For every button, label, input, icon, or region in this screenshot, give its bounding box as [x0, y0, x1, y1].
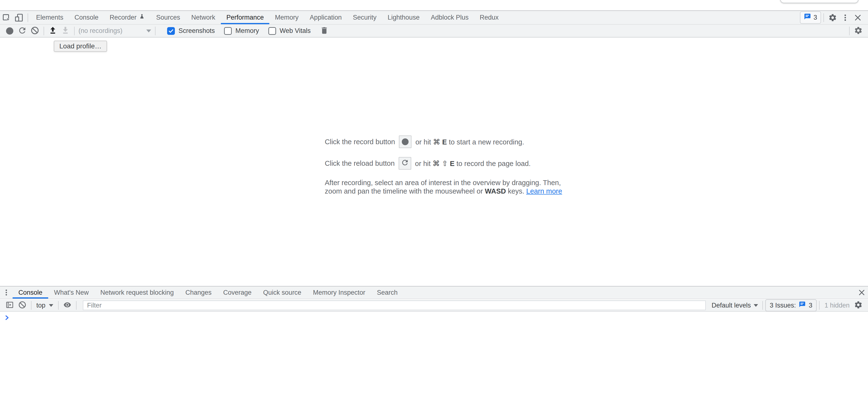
tab-console[interactable]: Console — [69, 11, 104, 24]
tab-elements[interactable]: Elements — [31, 11, 69, 24]
reload-and-record-button[interactable] — [16, 25, 29, 37]
performance-empty-state: Click the record button or hit ⌘ E to st… — [325, 135, 562, 196]
drawer-tab-memory-inspector[interactable]: Memory Inspector — [307, 286, 371, 299]
console-prompt-chevron-icon — [4, 317, 10, 322]
tab-memory[interactable]: Memory — [269, 11, 304, 24]
tab-lighthouse[interactable]: Lighthouse — [382, 11, 425, 24]
log-levels-select[interactable]: Default levels — [710, 302, 760, 309]
chevron-down-icon — [146, 30, 151, 32]
tab-application[interactable]: Application — [304, 11, 347, 24]
inspect-cursor-icon — [2, 13, 11, 22]
recordings-select-value: (no recordings) — [79, 27, 123, 35]
tab-security[interactable]: Security — [347, 11, 382, 24]
learn-more-link[interactable]: Learn more — [526, 187, 562, 195]
sidebar-panel-icon — [5, 301, 14, 310]
download-arrow-icon — [61, 26, 70, 36]
divider — [31, 301, 31, 310]
key-e: E — [442, 138, 447, 146]
block-icon — [18, 301, 27, 310]
clear-console-button[interactable] — [16, 300, 29, 311]
record-button[interactable] — [3, 25, 16, 37]
settings-button[interactable] — [826, 11, 839, 24]
issues-counter-button[interactable]: 3 — [800, 11, 821, 24]
drawer-tab-search[interactable]: Search — [371, 286, 403, 299]
divider — [763, 301, 763, 310]
console-sidebar-toggle-button[interactable] — [3, 300, 16, 311]
divider — [74, 27, 74, 35]
record-instruction-line: Click the record button or hit ⌘ E to st… — [325, 135, 562, 148]
divider — [28, 13, 28, 22]
divider — [819, 301, 819, 310]
screenshots-checkbox[interactable] — [167, 27, 175, 35]
reload-icon — [18, 26, 27, 36]
command-key-symbol: ⌘ — [433, 160, 440, 167]
tab-recorder[interactable]: Recorder — [104, 11, 151, 24]
reload-instruction-line: Click the reload button or hit ⌘ ⇧ E to … — [325, 157, 562, 170]
console-prompt[interactable] — [4, 314, 10, 322]
web-vitals-checkbox-group[interactable]: Web Vitals — [268, 27, 311, 35]
web-vitals-checkbox[interactable] — [268, 27, 276, 35]
page-popup-fragment — [780, 0, 859, 3]
performance-toolbar: (no recordings) Screenshots Memory Web V… — [0, 24, 868, 37]
console-settings-button[interactable] — [852, 300, 865, 311]
chevron-down-icon — [49, 304, 53, 307]
device-toolbar-button[interactable] — [12, 11, 25, 24]
drawer-tab-network-request-blocking[interactable]: Network request blocking — [94, 286, 180, 299]
drawer-more-tools-button[interactable] — [0, 286, 12, 299]
tabbar-right-controls: 3 — [800, 11, 868, 24]
tab-performance[interactable]: Performance — [221, 11, 270, 24]
screenshots-checkbox-group[interactable]: Screenshots — [167, 27, 215, 35]
browser-page-strip — [0, 0, 868, 10]
drawer-tab-changes[interactable]: Changes — [180, 286, 217, 299]
divider — [155, 27, 155, 35]
tab-sources[interactable]: Sources — [151, 11, 186, 24]
drawer-tab-coverage[interactable]: Coverage — [217, 286, 257, 299]
live-expression-button[interactable] — [61, 300, 73, 311]
close-icon — [858, 289, 866, 296]
record-button-illustration — [399, 135, 411, 148]
eye-icon — [63, 300, 72, 310]
inspect-element-button[interactable] — [0, 11, 12, 24]
close-icon — [854, 13, 862, 22]
issues-button[interactable]: 3 Issues: 3 — [765, 299, 817, 311]
memory-label: Memory — [236, 27, 259, 35]
kebab-menu-icon — [841, 13, 849, 22]
tab-redux[interactable]: Redux — [474, 11, 504, 24]
trash-icon — [320, 26, 329, 36]
divider — [76, 301, 76, 310]
gear-icon — [854, 301, 863, 310]
memory-checkbox[interactable] — [224, 27, 232, 35]
save-profile-button[interactable] — [59, 25, 72, 37]
divider — [824, 13, 824, 22]
javascript-context-select[interactable]: top — [34, 302, 56, 309]
garbage-collect-button[interactable] — [318, 25, 331, 37]
gear-icon — [854, 26, 863, 36]
capture-settings-button[interactable] — [852, 25, 865, 37]
devtools-window: Elements Console Recorder Sources Networ… — [0, 0, 868, 406]
issues-count: 3 — [813, 14, 817, 21]
close-devtools-button[interactable] — [851, 11, 864, 24]
gear-icon — [828, 13, 837, 22]
console-filter-input[interactable] — [83, 301, 706, 310]
recordings-select[interactable]: (no recordings) — [79, 27, 151, 35]
tab-adblock-plus[interactable]: Adblock Plus — [425, 11, 474, 24]
issues-count: 3 — [809, 302, 812, 309]
more-options-button[interactable] — [839, 11, 851, 24]
clear-recordings-button[interactable] — [29, 25, 41, 37]
block-icon — [30, 26, 39, 36]
record-circle-icon — [402, 138, 409, 145]
key-e: E — [450, 160, 454, 167]
load-profile-tooltip: Load profile… — [54, 41, 107, 52]
drawer-tab-console[interactable]: Console — [12, 286, 48, 299]
divider — [58, 301, 59, 310]
load-profile-button[interactable] — [46, 25, 59, 37]
close-drawer-button[interactable] — [856, 286, 868, 299]
devtools-tabbar: Elements Console Recorder Sources Networ… — [0, 10, 868, 24]
divider — [43, 27, 44, 35]
command-key-symbol: ⌘ — [433, 138, 440, 146]
drawer-tab-quick-source[interactable]: Quick source — [257, 286, 307, 299]
memory-checkbox-group[interactable]: Memory — [224, 27, 259, 35]
drawer-tab-whats-new[interactable]: What's New — [48, 286, 94, 299]
chat-bubble-icon — [799, 301, 806, 310]
tab-network[interactable]: Network — [186, 11, 221, 24]
